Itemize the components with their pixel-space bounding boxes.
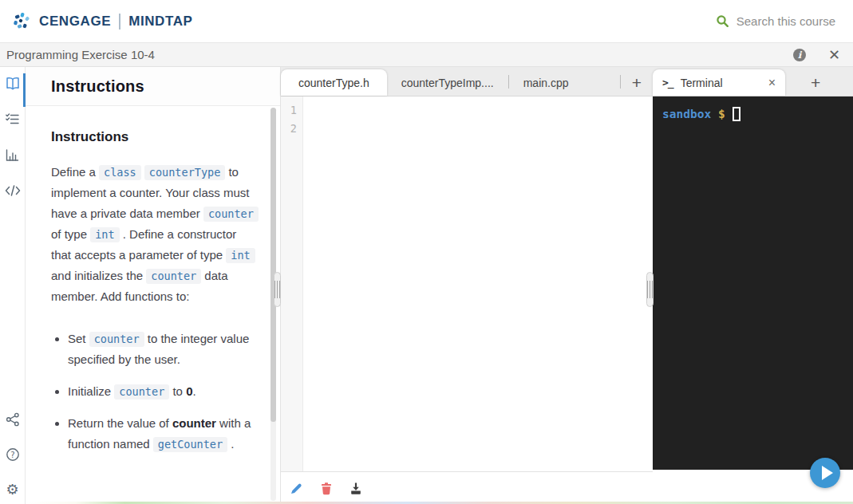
terminal-body[interactable]: sandbox$ — [653, 96, 853, 470]
tab-counterType-h[interactable]: counterType.h — [281, 69, 387, 96]
inline-code: counter — [203, 207, 259, 222]
instructions-intro: Define a class counterType to implement … — [51, 162, 259, 307]
terminal-tab-close-icon[interactable]: × — [768, 77, 776, 89]
play-icon — [822, 466, 833, 480]
instructions-bullet-list: Set counter to the integer value specifi… — [51, 329, 259, 455]
mindtap-app: CENGAGE MINDTAP Search this course Progr… — [0, 0, 853, 504]
code-editing-area[interactable] — [303, 96, 653, 471]
download-button[interactable] — [349, 482, 362, 495]
settings-button[interactable]: ⚙ — [6, 482, 18, 497]
share-button[interactable] — [6, 412, 20, 427]
bullet-item: Set counter to the integer value specifi… — [68, 329, 259, 370]
course-search[interactable]: Search this course — [716, 14, 835, 28]
tab-label: counterType.h — [298, 77, 369, 89]
checklist-icon — [5, 112, 20, 127]
code-icon — [5, 183, 21, 198]
gear-icon: ⚙ — [6, 482, 18, 497]
edit-button[interactable] — [290, 482, 303, 495]
instructions-panel-header: Instructions — [26, 67, 280, 106]
help-icon: ? — [6, 447, 20, 462]
text-run: Return the value of — [68, 416, 172, 430]
editor-toolbar — [281, 471, 653, 504]
sidebar-item-checklist[interactable] — [5, 112, 20, 127]
text-run: Initialize — [68, 384, 114, 398]
tab-label: main.cpp — [523, 77, 569, 89]
close-icon[interactable]: ✕ — [828, 48, 840, 62]
search-icon — [716, 14, 729, 28]
terminal-tabbar: >_ Terminal × + — [653, 67, 853, 96]
top-brand-bar: CENGAGE MINDTAP Search this course — [0, 0, 853, 43]
delete-button[interactable] — [319, 482, 333, 495]
exercise-title: Programming Exercise 10-4 — [6, 48, 155, 61]
rail-bottom-group: ? ⚙ — [6, 412, 20, 497]
add-file-tab-button[interactable]: + — [621, 69, 653, 96]
inline-code: class — [99, 165, 141, 180]
pencil-icon — [290, 482, 303, 495]
tab-main-cpp[interactable]: main.cpp — [509, 69, 583, 96]
bullet-item: Return the value of counter with a funct… — [68, 413, 259, 455]
text-run: to — [169, 384, 186, 398]
text-run: and initializes the — [51, 269, 146, 282]
sidebar-item-code[interactable] — [5, 183, 21, 198]
svg-text:?: ? — [10, 451, 14, 459]
tab-label: counterTypeImp.... — [401, 77, 494, 89]
sidebar-item-progress[interactable] — [5, 148, 20, 163]
panel-resize-handle-left[interactable] — [274, 272, 281, 307]
inline-code: counterType — [144, 165, 225, 180]
instructions-panel: Instructions Instructions Define a class… — [26, 67, 281, 504]
inline-code: int — [90, 227, 119, 242]
line-number: 1 — [281, 101, 297, 120]
search-label: Search this course — [737, 14, 835, 28]
share-icon — [6, 412, 20, 427]
bar-chart-icon — [5, 148, 20, 163]
brand-text: CENGAGE MINDTAP — [39, 14, 193, 30]
brand: CENGAGE MINDTAP — [13, 12, 193, 31]
help-button[interactable]: ? — [6, 447, 20, 462]
inline-code: counter — [146, 269, 201, 284]
add-terminal-tab-button[interactable]: + — [800, 69, 831, 96]
bold-text: counter — [172, 416, 216, 430]
instructions-content: Instructions Define a class counterType … — [26, 106, 280, 504]
tab-terminal[interactable]: >_ Terminal × — [653, 69, 785, 96]
run-button[interactable] — [810, 458, 840, 488]
download-icon — [349, 482, 362, 495]
terminal-tab-label: Terminal — [681, 77, 723, 89]
main-area: ? ⚙ Instructions Instructions Define a c… — [0, 67, 853, 504]
info-icon[interactable]: i — [793, 49, 806, 61]
sidebar-item-instructions[interactable] — [5, 76, 21, 91]
exercise-titlebar: Programming Exercise 10-4 i ✕ — [0, 43, 853, 67]
instructions-panel-title: Instructions — [51, 77, 144, 96]
editor-panel: counterType.h counterTypeImp.... main.cp… — [281, 67, 653, 504]
text-run: . — [227, 437, 234, 451]
plus-icon: + — [811, 73, 820, 93]
brand-primary: CENGAGE — [39, 14, 111, 30]
panel-resize-handle-right[interactable] — [646, 272, 654, 307]
line-number: 2 — [281, 120, 297, 138]
plus-icon: + — [632, 73, 642, 93]
inline-code: int — [226, 248, 255, 263]
left-icon-rail: ? ⚙ — [0, 67, 26, 504]
terminal-prompt-symbol: $ — [718, 108, 725, 120]
text-run: . — [192, 384, 195, 398]
terminal-prompt-icon: >_ — [662, 77, 673, 89]
tab-counterTypeImp[interactable]: counterTypeImp.... — [387, 69, 508, 96]
inline-code: getCounter — [153, 437, 227, 452]
inline-code: counter — [89, 332, 144, 347]
terminal-prompt-user: sandbox — [662, 108, 711, 120]
text-run: Set — [68, 332, 89, 345]
terminal-panel: >_ Terminal × + sandbox$ — [653, 67, 853, 504]
text-run: Define a — [51, 165, 99, 179]
inline-code: counter — [114, 384, 169, 400]
editor-body: 1 2 — [281, 96, 653, 471]
brand-secondary: MINDTAP — [128, 14, 192, 30]
titlebar-actions: i ✕ — [793, 48, 840, 62]
line-number-gutter: 1 2 — [281, 96, 303, 471]
trash-icon — [320, 482, 333, 495]
terminal-cursor — [733, 107, 740, 121]
bullet-item: Initialize counter to 0. — [68, 381, 259, 402]
text-run: of type — [51, 227, 90, 241]
instructions-scrollbar-thumb[interactable] — [271, 108, 276, 422]
active-rail-indicator — [23, 73, 26, 107]
instructions-heading: Instructions — [51, 129, 259, 145]
editor-tabbar: counterType.h counterTypeImp.... main.cp… — [281, 67, 653, 96]
